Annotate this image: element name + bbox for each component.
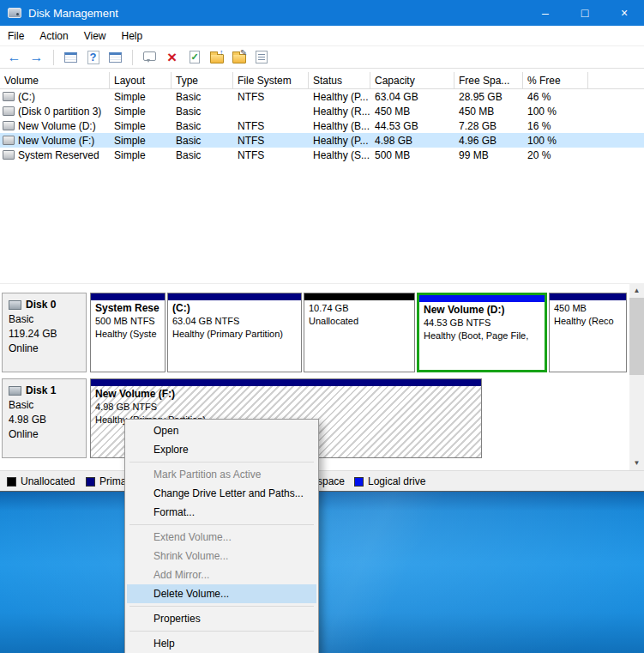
cell-status: Healthy (P...	[309, 91, 370, 103]
legend-swatch	[354, 477, 364, 487]
legend-bar: Unallocated Primary partition Extended p…	[0, 470, 644, 492]
disk-status: Online	[9, 342, 80, 356]
close-button[interactable]: ×	[605, 0, 644, 26]
legend-label: Logical drive	[368, 475, 425, 487]
column-header-pct-free[interactable]: % Free	[523, 72, 588, 88]
table-row[interactable]: (Disk 0 partition 3) Simple Basic Health…	[0, 104, 644, 118]
cell-capacity: 44.53 GB	[370, 120, 454, 132]
volume-name: New Volume (D:)	[18, 120, 96, 132]
edit-folder-icon[interactable]	[230, 48, 248, 66]
window-title: Disk Management	[28, 7, 118, 20]
legend-logical-drive: Logical drive	[354, 475, 425, 487]
list-view-icon[interactable]	[106, 48, 124, 66]
menu-file[interactable]: File	[0, 26, 32, 45]
column-header-file-system[interactable]: File System	[233, 72, 309, 88]
cell-file-system: NTFS	[233, 149, 309, 161]
cell-type: Basic	[172, 149, 233, 161]
partition-recovery[interactable]: 450 MB Healthy (Reco	[549, 293, 627, 372]
disk-1-label-panel[interactable]: Disk 1 Basic 4.98 GB Online	[2, 378, 87, 458]
partition-d[interactable]: New Volume (D:) 44.53 GB NTFS Healthy (B…	[417, 293, 547, 372]
maximize-button[interactable]: □	[565, 0, 605, 26]
delete-icon[interactable]	[163, 48, 181, 66]
cell-pct-free: 100 %	[523, 135, 588, 147]
menu-item-add-mirror: Add Mirror...	[127, 565, 316, 584]
column-header-type[interactable]: Type	[172, 72, 233, 88]
menu-action[interactable]: Action	[32, 26, 75, 45]
disk-icon	[9, 386, 21, 396]
context-menu: Open Explore Mark Partition as Active Ch…	[124, 419, 319, 653]
scroll-down-icon[interactable]	[629, 456, 644, 470]
cell-free-space: 28.95 GB	[454, 91, 523, 103]
table-row-selected[interactable]: New Volume (F:) Simple Basic NTFS Health…	[0, 133, 644, 148]
column-header-blank	[588, 72, 644, 88]
legend-unallocated: Unallocated	[7, 475, 75, 487]
column-header-free-space[interactable]: Free Spa...	[454, 72, 523, 88]
partition-status: Healthy (Reco	[554, 315, 622, 328]
menu-view[interactable]: View	[76, 26, 114, 45]
partition-stripe	[304, 293, 414, 300]
cell-layout: Simple	[110, 135, 172, 147]
cell-free-space: 99 MB	[454, 149, 523, 161]
open-folder-icon[interactable]	[208, 48, 226, 66]
cell-file-system: NTFS	[233, 120, 309, 132]
cell-layout: Simple	[110, 106, 172, 118]
menu-item-delete-volume[interactable]: Delete Volume...	[127, 584, 316, 603]
column-header-layout[interactable]: Layout	[110, 72, 172, 88]
toolbar-separator	[53, 50, 54, 65]
verify-icon[interactable]	[185, 48, 203, 66]
cell-layout: Simple	[110, 91, 172, 103]
table-row[interactable]: (C:) Simple Basic NTFS Healthy (P... 63.…	[0, 89, 644, 104]
volume-name: (C:)	[18, 91, 35, 103]
legend-swatch	[86, 477, 95, 487]
cell-status: Healthy (R...	[309, 106, 370, 118]
menu-item-explore[interactable]: Explore	[127, 440, 316, 459]
menu-item-properties[interactable]: Properties	[127, 609, 316, 628]
minimize-button[interactable]: –	[526, 0, 565, 26]
column-header-capacity[interactable]: Capacity	[370, 72, 454, 88]
partition-size: 10.74 GB	[309, 302, 410, 315]
disk-0-row: Disk 0 Basic 119.24 GB Online System Res…	[2, 293, 627, 374]
cell-capacity: 63.04 GB	[370, 91, 454, 103]
menu-item-shrink-volume: Shrink Volume...	[127, 547, 316, 565]
column-header-status[interactable]: Status	[309, 72, 370, 88]
volume-name: (Disk 0 partition 3)	[18, 106, 101, 118]
scrollbar-thumb[interactable]	[629, 298, 644, 375]
partition-stripe	[91, 379, 481, 386]
menu-item-format[interactable]: Format...	[127, 503, 316, 522]
scroll-up-icon[interactable]	[629, 283, 644, 298]
vertical-scrollbar[interactable]	[629, 283, 644, 470]
cell-capacity: 500 MB	[370, 149, 454, 161]
menu-help[interactable]: Help	[114, 26, 151, 45]
properties-icon[interactable]	[252, 48, 270, 66]
partition-c[interactable]: (C:) 63.04 GB NTFS Healthy (Primary Part…	[167, 293, 302, 372]
menu-item-change-drive-letter[interactable]: Change Drive Letter and Paths...	[127, 484, 316, 503]
drive-icon	[3, 106, 15, 116]
cell-capacity: 4.98 GB	[370, 135, 454, 147]
cell-pct-free: 100 %	[523, 106, 588, 118]
desktop-wallpaper	[0, 492, 644, 653]
help-icon[interactable]	[84, 48, 102, 66]
legend-label: Unallocated	[21, 475, 75, 487]
partition-unallocated[interactable]: 10.74 GB Unallocated	[304, 293, 415, 372]
menu-item-open[interactable]: Open	[127, 421, 316, 440]
partition-title: (C:)	[172, 302, 297, 315]
menu-item-help[interactable]: Help	[127, 634, 316, 653]
menu-separator	[129, 606, 314, 607]
menu-separator	[129, 462, 314, 463]
cell-layout: Simple	[110, 149, 172, 161]
disk-0-label-panel[interactable]: Disk 0 Basic 119.24 GB Online	[2, 293, 87, 372]
table-row[interactable]: System Reserved Simple Basic NTFS Health…	[0, 148, 644, 162]
dialog-icon[interactable]	[141, 48, 159, 66]
table-row[interactable]: New Volume (D:) Simple Basic NTFS Health…	[0, 118, 644, 133]
drive-icon	[3, 136, 15, 145]
forward-icon[interactable]	[27, 48, 45, 66]
partition-size: 450 MB	[554, 302, 622, 315]
table-header: Volume Layout Type File System Status Ca…	[0, 72, 644, 89]
cell-file-system: NTFS	[233, 91, 309, 103]
partition-size: 500 MB NTFS	[95, 315, 160, 328]
cell-file-system: NTFS	[233, 135, 309, 147]
console-tree-icon[interactable]	[62, 48, 80, 66]
partition-system-reserved[interactable]: System Rese 500 MB NTFS Healthy (Syste	[90, 293, 166, 372]
back-icon[interactable]	[5, 48, 23, 66]
column-header-volume[interactable]: Volume	[0, 72, 110, 88]
